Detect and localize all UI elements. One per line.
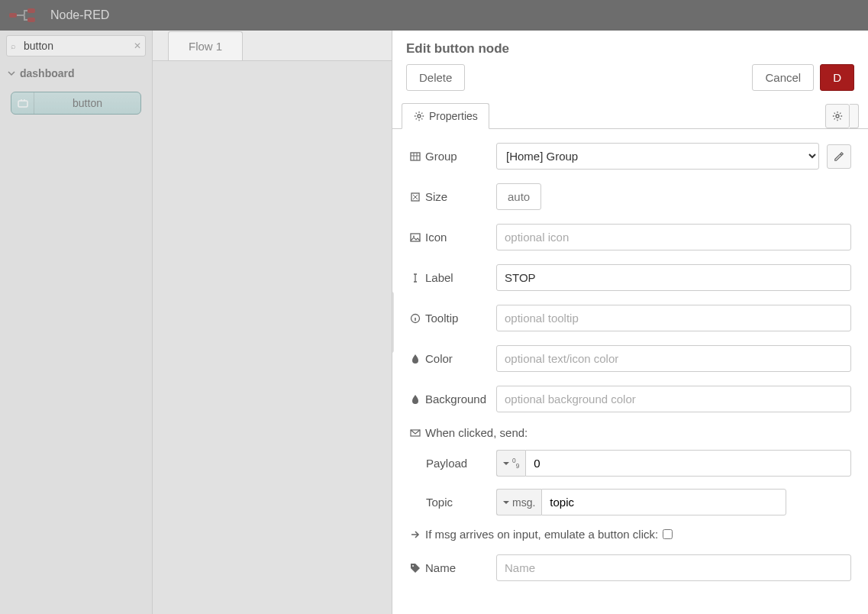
name-input[interactable] xyxy=(496,554,851,581)
image-icon xyxy=(409,231,421,243)
tab-flow-1[interactable]: Flow 1 xyxy=(168,31,243,60)
msg-type-label: msg. xyxy=(512,496,535,509)
payload-type-selector[interactable]: 09 xyxy=(496,450,525,477)
color-label: Color xyxy=(409,352,489,365)
tooltip-input[interactable] xyxy=(496,305,851,331)
group-label: Group xyxy=(409,150,489,163)
background-label: Background xyxy=(409,393,489,406)
emulate-label: If msg arrives on input, emulate a butto… xyxy=(425,528,658,541)
svg-point-14 xyxy=(412,565,414,567)
size-button[interactable]: auto xyxy=(496,183,541,210)
size-label: Size xyxy=(409,190,489,203)
edit-group-button[interactable] xyxy=(827,144,851,169)
flow-canvas[interactable]: START STOP xyxy=(153,61,392,614)
name-label: Name xyxy=(409,561,489,574)
svg-rect-1 xyxy=(27,8,35,13)
icon-input[interactable] xyxy=(496,224,851,250)
app-header: Node-RED xyxy=(0,0,868,31)
group-select[interactable]: [Home] Group xyxy=(496,143,819,170)
expand-icon xyxy=(409,191,421,202)
svg-rect-0 xyxy=(9,13,17,18)
workspace-tabs: Flow 1 xyxy=(153,31,392,61)
cursor-icon xyxy=(409,272,421,283)
payload-label: Payload xyxy=(426,457,489,470)
icon-label: Icon xyxy=(409,231,489,244)
extra-icon-button[interactable] xyxy=(850,104,859,128)
palette-search-input[interactable] xyxy=(6,35,146,57)
palette-node-label: button xyxy=(34,97,140,109)
cancel-button[interactable]: Cancel xyxy=(752,64,814,91)
tag-icon xyxy=(409,562,421,574)
search-icon: ⌕ xyxy=(11,41,16,50)
table-icon xyxy=(409,150,421,162)
done-button[interactable]: D xyxy=(820,64,854,91)
logo-icon xyxy=(9,8,43,23)
background-input[interactable] xyxy=(496,386,851,412)
svg-rect-10 xyxy=(411,234,420,241)
category-label: dashboard xyxy=(20,67,75,79)
svg-rect-3 xyxy=(18,101,27,107)
topic-type-selector[interactable]: msg. xyxy=(496,489,541,515)
svg-point-7 xyxy=(836,114,839,117)
gear-icon xyxy=(413,111,424,122)
palette-category-dashboard[interactable]: dashboard xyxy=(0,61,152,86)
edit-sidebar: Edit button node Delete Cancel D Propert… xyxy=(392,31,868,614)
palette-sidebar: ⌕ ✕ dashboard button xyxy=(0,31,153,614)
workspace: Flow 1 START STOP xyxy=(153,31,392,614)
tint-icon xyxy=(409,353,421,364)
tab-label: Properties xyxy=(429,110,478,122)
topic-label: Topic xyxy=(426,496,489,509)
payload-input[interactable] xyxy=(525,450,851,477)
delete-button[interactable]: Delete xyxy=(406,64,465,91)
topic-input[interactable] xyxy=(541,489,786,515)
tab-properties[interactable]: Properties xyxy=(402,103,489,129)
when-clicked-label: When clicked, send: xyxy=(409,426,851,439)
label-label: Label xyxy=(409,271,489,284)
number-type-icon: 09 xyxy=(512,457,519,469)
settings-icon-button[interactable] xyxy=(825,104,850,128)
arrow-right-icon xyxy=(409,528,421,540)
palette-node-button[interactable]: button xyxy=(11,92,141,115)
button-node-icon xyxy=(11,92,34,114)
svg-rect-8 xyxy=(411,153,420,160)
color-input[interactable] xyxy=(496,345,851,372)
app-title: Node-RED xyxy=(50,8,109,22)
tint-icon xyxy=(409,393,421,405)
caret-down-icon xyxy=(503,460,509,467)
envelope-icon xyxy=(409,427,421,438)
edit-panel-title: Edit button node xyxy=(392,31,868,64)
clear-search-icon[interactable]: ✕ xyxy=(134,40,141,51)
svg-point-6 xyxy=(417,115,420,118)
drag-handle[interactable] xyxy=(392,292,394,353)
caret-down-icon xyxy=(503,499,509,506)
info-icon xyxy=(409,312,421,324)
tooltip-label: Tooltip xyxy=(409,312,489,325)
svg-rect-2 xyxy=(27,18,35,22)
chevron-down-icon xyxy=(8,69,15,77)
emulate-checkbox[interactable] xyxy=(663,529,673,539)
label-input[interactable] xyxy=(496,264,851,291)
